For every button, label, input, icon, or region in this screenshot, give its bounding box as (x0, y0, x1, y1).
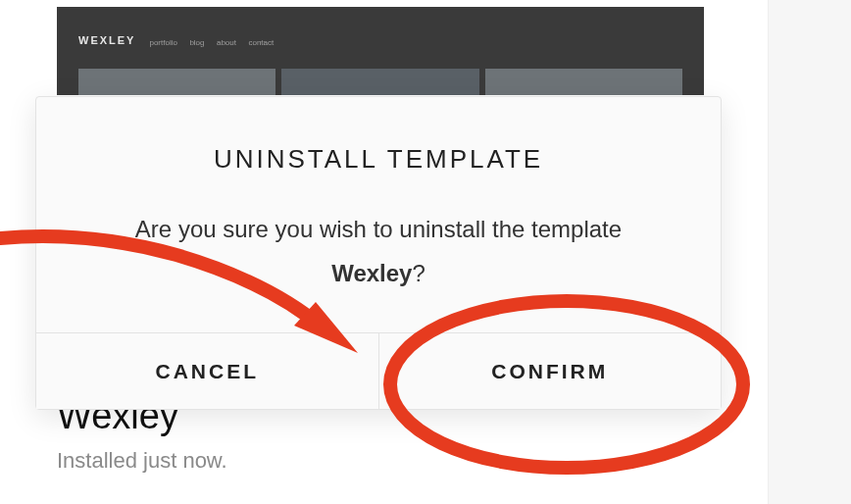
preview-nav: portfolio blog about contact (149, 31, 281, 49)
dialog-title: UNINSTALL TEMPLATE (214, 144, 543, 175)
dialog-actions: CANCEL CONFIRM (36, 332, 721, 409)
dialog-message: Are you sure you wish to uninstall the t… (135, 208, 622, 295)
dialog-message-prefix: Are you sure you wish to uninstall the t… (135, 216, 622, 242)
uninstall-dialog: UNINSTALL TEMPLATE Are you sure you wish… (35, 96, 722, 410)
template-preview-image: WEXLEY portfolio blog about contact (57, 7, 704, 95)
preview-logo: WEXLEY (78, 34, 135, 46)
template-status: Installed just now. (57, 448, 227, 474)
confirm-button[interactable]: CONFIRM (378, 333, 722, 409)
cancel-button[interactable]: CANCEL (36, 333, 378, 409)
dialog-template-name: Wexley (331, 260, 412, 286)
dialog-body: UNINSTALL TEMPLATE Are you sure you wish… (36, 97, 721, 332)
dialog-message-suffix: ? (412, 260, 425, 286)
